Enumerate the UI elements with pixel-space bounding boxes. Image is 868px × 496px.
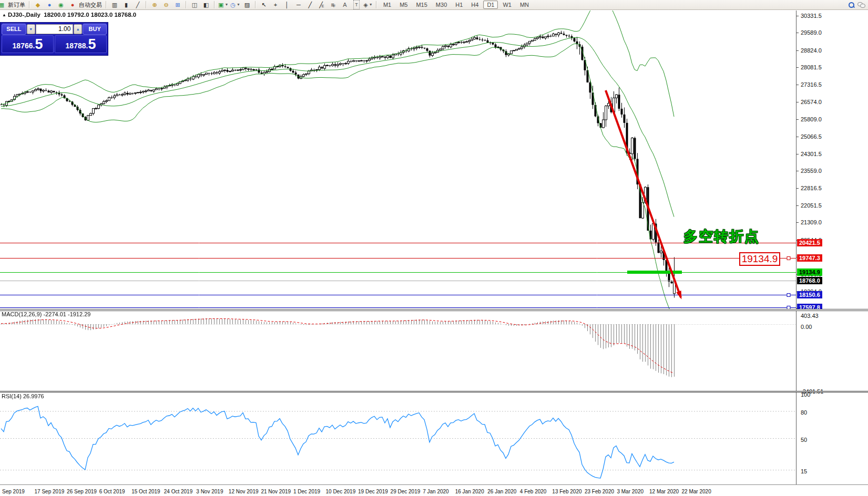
line-chart-icon[interactable]: ╱ <box>132 1 144 9</box>
toolbar-group-chart: ▥▮╱⊕⊖⊞◫◧▣▼◷▼▨ <box>109 0 253 9</box>
chevron-down-icon[interactable]: ▼ <box>224 1 228 9</box>
rsi-axis-label: 15 <box>801 468 807 474</box>
axis-tick-label: 23559.0 <box>801 168 822 174</box>
chevron-down-icon[interactable]: ▼ <box>369 1 373 9</box>
toolbar: ▦ 新订单 ◆●◉● 自动交易 ▥▮╱⊕⊖⊞◫◧▣▼◷▼▨ ↖+│─╱╱E≡FA… <box>0 0 868 10</box>
timeframe-H4[interactable]: H4 <box>467 1 482 9</box>
vertical-line-icon[interactable]: │ <box>281 1 293 9</box>
new-chart-button[interactable]: ▣▼ <box>217 1 229 9</box>
template-button[interactable]: ▨ <box>241 1 253 9</box>
date-axis[interactable]: Sep 201917 Sep 201926 Sep 20196 Oct 2019… <box>0 484 868 496</box>
auto-trading-button[interactable]: ● <box>67 1 78 9</box>
cascade-charts-icon[interactable]: ◧ <box>200 1 212 9</box>
toolbar-group-trading: ◆●◉● <box>32 0 78 9</box>
auto-trading-label[interactable]: 自动交易 <box>79 1 102 9</box>
price-chart-canvas[interactable] <box>0 11 796 309</box>
candlestick-chart-icon[interactable]: ▮ <box>120 1 132 9</box>
symbol-arrow-icon: ▲ <box>2 13 6 17</box>
label-icon[interactable]: T <box>351 1 362 9</box>
price-axis[interactable]: 30331.529589.028824.028081.527316.526574… <box>796 11 868 484</box>
one-click-trading-panel: SELL ▼ 1.00 ▲ BUY 18766.5 18788.5 <box>0 22 108 56</box>
channel-icon[interactable]: ╱E <box>316 1 328 9</box>
timeframe-M30[interactable]: M30 <box>432 1 451 9</box>
crosshair-icon[interactable]: + <box>270 1 281 9</box>
arrange-charts-icon[interactable]: ◫ <box>189 1 200 9</box>
timeframe-D1[interactable]: D1 <box>483 1 498 9</box>
axis-tick-label: 27316.5 <box>801 81 822 88</box>
chart-title: ▲DJ30-,Daily 18200.0 19792.0 18023.0 187… <box>2 12 136 18</box>
price-level-annotation[interactable]: 19134.9 <box>739 252 780 266</box>
date-label: 12 Mar 2020 <box>649 489 679 494</box>
shapes-icon[interactable]: ◈▼ <box>362 1 374 9</box>
date-label: 22 Mar 2020 <box>682 489 711 494</box>
date-label: 23 Feb 2020 <box>585 489 614 494</box>
trendline-icon[interactable]: ╱ <box>304 1 316 9</box>
panel-separator[interactable] <box>0 309 868 311</box>
toolbar-separator <box>376 1 377 8</box>
date-label: 26 Sep 2019 <box>67 489 97 494</box>
price-label-badge: 19134.9 <box>797 268 822 276</box>
rsi-label: RSI(14) 26.9976 <box>2 393 44 399</box>
toolbar-separator <box>29 1 30 8</box>
macd-values: -2274.01 -1912.29 <box>43 311 90 317</box>
cursor-icon[interactable]: ↖ <box>258 1 270 9</box>
sell-button[interactable]: SELL <box>2 24 26 35</box>
tile-windows-icon[interactable]: ⊞ <box>172 1 183 9</box>
macd-label: MACD(12,26,9) -2274.01 -1912.29 <box>2 311 90 317</box>
macd-axis-label: 403.43 <box>801 313 819 319</box>
new-order-label[interactable]: 新订单 <box>8 1 25 9</box>
axis-tick-label: 22051.5 <box>801 202 822 209</box>
zoom-out-icon[interactable]: ⊖ <box>160 1 172 9</box>
horizontal-line-icon[interactable]: ─ <box>293 1 304 9</box>
axis-tick <box>796 85 799 85</box>
new-order-icon[interactable]: ▦ <box>0 1 7 9</box>
date-label: 4 Feb 2020 <box>520 489 547 494</box>
toolbar-group-timeframes: M1M5M15M30H1H4D1W1MN <box>379 0 533 9</box>
price-label-badge: 19747.3 <box>797 254 822 262</box>
timeframe-M1[interactable]: M1 <box>380 1 395 9</box>
text-icon[interactable]: A <box>339 1 351 9</box>
volume-down-button[interactable]: ▼ <box>27 24 35 34</box>
date-label: 19 Dec 2019 <box>358 489 388 494</box>
zoom-in-icon[interactable]: ⊕ <box>149 1 160 9</box>
turning-point-annotation[interactable]: 多空转折点 <box>683 227 760 246</box>
search-icon[interactable] <box>849 2 854 8</box>
timeframe-W1[interactable]: W1 <box>499 1 515 9</box>
axis-tick <box>796 154 799 154</box>
period-button[interactable]: ◷▼ <box>229 1 241 9</box>
fibonacci-icon[interactable]: ≡F <box>328 1 339 9</box>
buy-price[interactable]: 18788.5 <box>55 35 107 53</box>
volume-up-button[interactable]: ▲ <box>74 24 82 34</box>
axis-tick <box>796 50 799 51</box>
date-label: 16 Jan 2020 <box>455 489 484 494</box>
toolbar-group-drawing: ↖+│─╱╱E≡FAT◈▼ <box>258 0 374 9</box>
timeframe-H1[interactable]: H1 <box>452 1 466 9</box>
market-watch-icon[interactable]: ◆ <box>32 1 44 9</box>
date-label: 26 Jan 2020 <box>487 489 516 494</box>
axis-tick-label: 26574.0 <box>801 99 822 105</box>
panel-separator[interactable] <box>0 391 868 392</box>
macd-axis-label: 0.00 <box>801 324 812 330</box>
sell-price[interactable]: 18766.5 <box>2 35 54 53</box>
mt4-window: ▦ 新订单 ◆●◉● 自动交易 ▥▮╱⊕⊖⊞◫◧▣▼◷▼▨ ↖+│─╱╱E≡FA… <box>0 0 868 496</box>
axis-tick <box>796 137 799 137</box>
axis-tick-label: 30331.5 <box>801 13 822 19</box>
date-label: 21 Nov 2019 <box>261 489 291 494</box>
chevron-down-icon[interactable]: ▼ <box>237 1 240 9</box>
volume-input[interactable]: 1.00 <box>36 24 74 34</box>
signals-icon[interactable]: ◉ <box>55 1 67 9</box>
macd-canvas <box>0 311 796 391</box>
axis-tick <box>796 33 799 33</box>
timeframe-M15[interactable]: M15 <box>412 1 431 9</box>
date-label: 3 Nov 2019 <box>196 489 223 494</box>
axis-tick <box>796 16 799 16</box>
timeframe-M5[interactable]: M5 <box>396 1 411 9</box>
chat-icon[interactable] <box>857 2 865 8</box>
axis-tick <box>796 188 799 189</box>
chart-ohlc: 18200.0 19792.0 18023.0 18768.0 <box>44 12 136 18</box>
strategy-tester-icon[interactable]: ● <box>44 1 55 9</box>
date-label: 24 Oct 2019 <box>164 489 192 494</box>
buy-button[interactable]: BUY <box>83 24 107 35</box>
bar-chart-icon[interactable]: ▥ <box>109 1 120 9</box>
timeframe-MN[interactable]: MN <box>516 1 533 9</box>
